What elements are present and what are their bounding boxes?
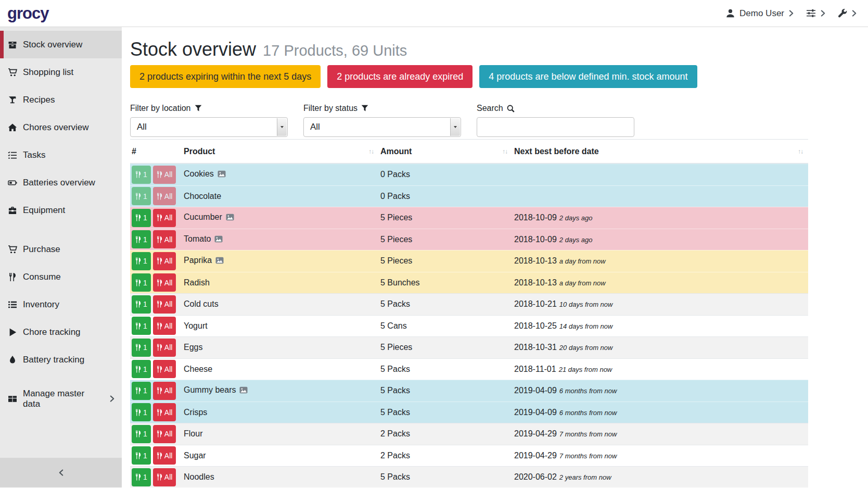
filter-icon: [361, 105, 368, 112]
consume-one-button[interactable]: 1: [132, 360, 151, 378]
sidebar-item-shopping-list[interactable]: Shopping list: [0, 58, 122, 86]
alert-warning-button[interactable]: 2 products expiring within the next 5 da…: [130, 65, 321, 88]
consume-one-button[interactable]: 1: [132, 252, 151, 270]
consume-all-button[interactable]: All: [153, 295, 176, 314]
consume-all-button[interactable]: All: [153, 339, 176, 357]
consume-one-button[interactable]: 1: [132, 403, 151, 421]
sidebar-item-chores-overview[interactable]: Chores overview: [0, 114, 122, 141]
utensils-icon: [157, 452, 162, 459]
sidebar-item-battery-tracking[interactable]: Battery tracking: [0, 346, 122, 373]
column-header-amount[interactable]: Amount ↑↓: [379, 147, 513, 156]
consume-one-button[interactable]: 1: [132, 425, 151, 443]
product-cell: Cold cuts: [182, 299, 379, 309]
sidebar-item-label: Shopping list: [23, 67, 73, 78]
product-cell: Gummy bears: [182, 385, 379, 396]
utensils-icon: [135, 193, 141, 200]
best-before-cell: 2018-11-0121 days from now: [513, 365, 808, 374]
consume-one-button[interactable]: 1: [132, 230, 151, 248]
table-row: 1AllFlour2 Packs2019-04-297 months from …: [130, 423, 808, 445]
consume-all-button[interactable]: All: [153, 317, 176, 335]
dropdown-arrow-icon: [277, 118, 287, 136]
sidebar-item-inventory[interactable]: Inventory: [0, 291, 122, 318]
consume-all-button[interactable]: All: [153, 209, 176, 227]
alert-info-button[interactable]: 4 products are below defined min. stock …: [479, 65, 697, 88]
sidebar-item-tasks[interactable]: Tasks: [0, 141, 122, 169]
chevron-left-icon: [59, 469, 63, 476]
utensils-icon: [135, 473, 141, 481]
status-filter-select[interactable]: All: [303, 117, 461, 137]
consume-one-button[interactable]: 1: [132, 209, 151, 227]
table-row: 1AllCold cuts5 Packs2018-10-2110 days fr…: [130, 293, 808, 315]
utensils-icon: [135, 344, 141, 351]
best-before-timeago: a day from now: [559, 257, 606, 265]
consume-all-button[interactable]: All: [153, 252, 176, 270]
consume-all-button[interactable]: All: [153, 403, 176, 421]
sidebar-item-label: Chores overview: [23, 122, 89, 133]
consume-one-button[interactable]: 1: [132, 468, 151, 486]
consume-one-button[interactable]: 1: [132, 273, 151, 292]
product-name: Gummy bears: [184, 385, 236, 394]
consume-one-button[interactable]: 1: [132, 317, 151, 335]
consume-one-button[interactable]: 1: [132, 187, 151, 205]
search-label-text: Search: [477, 104, 503, 113]
sidebar-collapse-button[interactable]: [0, 458, 122, 487]
consume-one-button-label: 1: [143, 430, 147, 438]
settings-menu[interactable]: [806, 9, 825, 18]
table-row: 1AllTomato5 Pieces2018-10-092 days ago: [130, 229, 808, 251]
consume-one-button[interactable]: 1: [132, 295, 151, 314]
batteries-overview-icon: [8, 178, 17, 187]
row-actions: 1All: [130, 295, 182, 314]
consume-all-button[interactable]: All: [153, 468, 176, 486]
sidebar-item-chore-tracking[interactable]: Chore tracking: [0, 318, 122, 346]
consume-one-button-label: 1: [143, 170, 147, 179]
location-filter-label: Filter by location: [130, 104, 288, 113]
consume-all-button[interactable]: All: [153, 273, 176, 292]
consume-all-button[interactable]: All: [153, 360, 176, 378]
user-menu[interactable]: Demo User: [726, 8, 794, 19]
sidebar-item-purchase[interactable]: Purchase: [0, 235, 122, 263]
chevron-right-icon: [821, 10, 825, 17]
best-before-timeago: 21 days from now: [559, 366, 612, 373]
consume-all-button-label: All: [164, 386, 173, 395]
sidebar-item-equipment[interactable]: Equipment: [0, 196, 122, 224]
page-subtitle: 17 Products, 69 Units: [263, 42, 407, 59]
alert-danger-button[interactable]: 2 products are already expired: [327, 65, 473, 88]
consume-one-button[interactable]: 1: [132, 166, 151, 184]
product-name: Noodles: [184, 472, 214, 481]
product-name: Flour: [184, 429, 202, 438]
consume-one-button[interactable]: 1: [132, 339, 151, 357]
consume-all-button[interactable]: All: [153, 187, 176, 205]
best-before-cell: 2018-10-3120 days from now: [513, 343, 808, 352]
app-logo[interactable]: grocy: [7, 4, 48, 23]
column-header-best-before[interactable]: Next best before date ↑↓: [513, 147, 808, 156]
amount-cell: 0 Packs: [379, 170, 513, 179]
consume-one-button[interactable]: 1: [132, 382, 151, 400]
sidebar-item-recipes[interactable]: Recipes: [0, 86, 122, 114]
row-actions: 1All: [130, 468, 182, 486]
purchase-icon: [8, 245, 17, 254]
consume-all-button[interactable]: All: [153, 230, 176, 248]
sidebar-item-manage-master-data[interactable]: Manage master data: [0, 385, 122, 412]
sidebar-item-batteries-overview[interactable]: Batteries overview: [0, 169, 122, 196]
sidebar-item-label: Stock overview: [23, 40, 82, 50]
row-actions: 1All: [130, 187, 182, 205]
best-before-cell: 2018-10-13a day from now: [513, 278, 808, 287]
location-filter-select[interactable]: All: [130, 117, 288, 137]
search-input[interactable]: [477, 117, 634, 137]
consume-all-button-label: All: [164, 257, 173, 265]
utensils-icon: [135, 171, 141, 178]
consume-all-button[interactable]: All: [153, 425, 176, 443]
consume-all-button[interactable]: All: [153, 166, 176, 184]
consume-one-button-label: 1: [143, 365, 147, 373]
status-filter: Filter by status All: [303, 104, 461, 137]
consume-one-button[interactable]: 1: [132, 446, 151, 465]
page-title: Stock overview: [130, 39, 256, 60]
sidebar-item-consume[interactable]: Consume: [0, 263, 122, 291]
consume-all-button[interactable]: All: [153, 382, 176, 400]
admin-menu[interactable]: [838, 9, 857, 18]
recipes-icon: [8, 95, 17, 105]
sidebar-item-stock-overview[interactable]: Stock overview: [0, 31, 122, 58]
product-picture-icon: [218, 170, 226, 180]
column-header-product[interactable]: Product ↑↓: [182, 147, 379, 156]
consume-all-button[interactable]: All: [153, 446, 176, 465]
